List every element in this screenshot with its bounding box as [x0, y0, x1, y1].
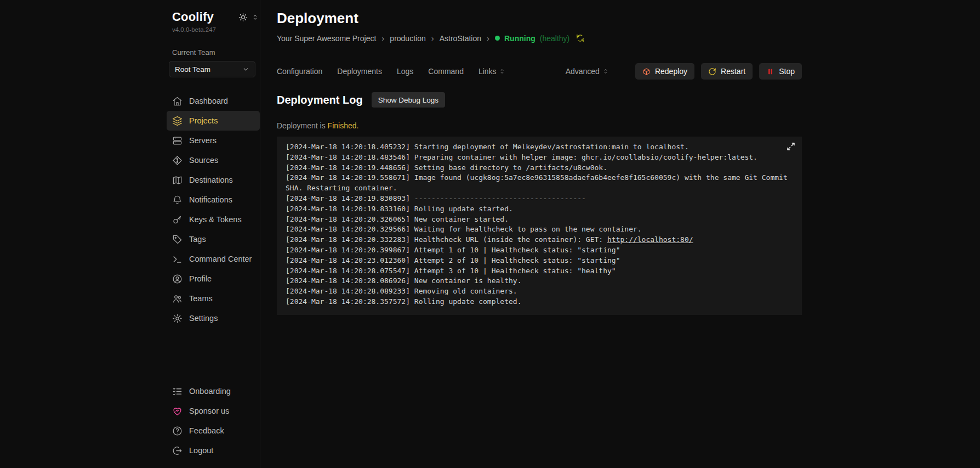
theme-sun-icon[interactable]: [238, 13, 248, 22]
sidebar-item-notifications[interactable]: Notifications: [167, 190, 260, 210]
map-icon: [172, 175, 183, 185]
log-line: [2024-Mar-18 14:20:23.012360] Attempt 2 …: [286, 256, 793, 266]
current-team-label: Current Team: [167, 48, 260, 57]
sidebar-item-sources[interactable]: Sources: [167, 150, 260, 170]
sidebar-item-onboarding[interactable]: Onboarding: [167, 381, 260, 401]
team-select[interactable]: Root Team: [169, 61, 255, 77]
team-select-value: Root Team: [175, 65, 210, 74]
chevrons-updown-icon: [602, 68, 609, 75]
sidebar-item-dashboard[interactable]: Dashboard: [167, 91, 260, 111]
sidebar-item-profile[interactable]: Profile: [167, 269, 260, 289]
app-logo[interactable]: Coolify: [172, 10, 214, 24]
layers-icon: [172, 116, 183, 126]
sidebar-item-label: Sources: [189, 156, 218, 165]
log-line: [2024-Mar-18 14:20:28.086926] New contai…: [286, 276, 793, 286]
page-title: Deployment: [277, 10, 802, 26]
log-line-with-link: [2024-Mar-18 14:20:20.332283] Healthchec…: [286, 235, 793, 245]
breadcrumb-separator: ›: [381, 33, 384, 43]
sidebar-item-label: Feedback: [189, 426, 224, 435]
log-line: [2024-Mar-18 14:20:19.558671] Image foun…: [286, 173, 793, 194]
sidebar-item-servers[interactable]: Servers: [167, 131, 260, 150]
sidebar-item-label: Keys & Tokens: [189, 215, 242, 224]
log-line: [2024-Mar-18 14:20:28.075547] Attempt 3 …: [286, 266, 793, 277]
redeploy-button[interactable]: Redeploy: [635, 63, 694, 80]
users-icon: [172, 294, 183, 304]
restart-button[interactable]: Restart: [701, 63, 753, 80]
breadcrumb-separator: ›: [431, 33, 434, 43]
sidebar: Coolify v4.0.0-beta.247 Current Team Roo…: [0, 0, 260, 468]
tab-deployments[interactable]: Deployments: [337, 67, 382, 76]
status-badge: Running (healthy): [495, 34, 569, 43]
sidebar-item-label: Notifications: [189, 195, 232, 204]
logout-icon: [172, 446, 183, 456]
healthcheck-url-link[interactable]: http://localhost:80/: [607, 235, 693, 244]
log-line: [2024-Mar-18 14:20:20.399867] Attempt 1 …: [286, 245, 793, 256]
log-line: [2024-Mar-18 14:20:19.448656] Setting ba…: [286, 163, 793, 173]
chevrons-updown-icon: [499, 68, 505, 75]
sidebar-menu: Dashboard Projects Servers Sources Desti…: [167, 91, 260, 328]
refresh-status-icon[interactable]: [576, 34, 584, 42]
tab-logs[interactable]: Logs: [397, 67, 413, 76]
expand-icon[interactable]: [787, 142, 795, 151]
heart-icon: [172, 406, 183, 416]
sidebar-item-keys-tokens[interactable]: Keys & Tokens: [167, 210, 260, 229]
home-icon: [172, 96, 183, 106]
status-state: Running: [504, 34, 535, 43]
log-line: [2024-Mar-18 14:20:28.089233] Removing o…: [286, 286, 793, 297]
restart-icon: [708, 67, 716, 76]
sidebar-item-label: Servers: [189, 136, 216, 145]
breadcrumb-application[interactable]: AstroStation: [440, 34, 481, 43]
show-debug-logs-button[interactable]: Show Debug Logs: [372, 92, 445, 108]
app-version: v4.0.0-beta.247: [167, 26, 260, 33]
bell-icon: [172, 195, 183, 205]
package-icon: [642, 67, 651, 76]
pause-bars-icon: [766, 67, 774, 76]
deployment-status-value: Finished.: [328, 121, 359, 130]
sidebar-item-label: Onboarding: [189, 387, 231, 396]
sidebar-item-command-center[interactable]: Command Center: [167, 249, 260, 269]
advanced-menu[interactable]: Advanced: [566, 67, 609, 76]
main-content: Deployment Your Super Awesome Project › …: [260, 0, 980, 468]
log-line: [2024-Mar-18 14:20:18.405232] Starting d…: [286, 142, 793, 153]
tab-command[interactable]: Command: [428, 67, 464, 76]
tabs-row: Configuration Deployments Logs Command L…: [277, 63, 802, 80]
sidebar-footer: Onboarding Sponsor us Feedback Logout: [167, 381, 260, 460]
breadcrumb-separator: ›: [487, 33, 489, 43]
sidebar-item-settings[interactable]: Settings: [167, 308, 260, 328]
sidebar-item-label: Sponsor us: [189, 407, 229, 415]
deployment-status-line: Deployment is Finished.: [277, 121, 802, 130]
sidebar-item-feedback[interactable]: Feedback: [167, 421, 260, 441]
deployment-log: [2024-Mar-18 14:20:18.405232] Starting d…: [277, 137, 802, 315]
theme-selector-chevrons-icon[interactable]: [252, 14, 259, 21]
sidebar-item-teams[interactable]: Teams: [167, 289, 260, 308]
breadcrumb: Your Super Awesome Project › production …: [277, 33, 802, 43]
sidebar-item-sponsor[interactable]: Sponsor us: [167, 401, 260, 421]
tab-links[interactable]: Links: [478, 67, 505, 76]
breadcrumb-environment[interactable]: production: [390, 34, 425, 43]
sidebar-item-label: Dashboard: [189, 97, 228, 105]
tab-configuration[interactable]: Configuration: [277, 67, 322, 76]
action-buttons: Redeploy Restart Stop: [635, 63, 802, 80]
sidebar-item-label: Profile: [189, 274, 212, 283]
sidebar-item-label: Tags: [189, 235, 206, 244]
sidebar-item-label: Projects: [189, 116, 218, 125]
sidebar-item-tags[interactable]: Tags: [167, 229, 260, 249]
sidebar-item-logout[interactable]: Logout: [167, 441, 260, 460]
sidebar-item-label: Command Center: [189, 255, 252, 263]
sidebar-item-label: Teams: [189, 294, 213, 303]
sidebar-item-label: Settings: [189, 314, 218, 323]
status-dot: [495, 36, 500, 41]
git-source-icon: [172, 155, 183, 166]
log-line: [2024-Mar-18 14:20:20.329566] Waiting fo…: [286, 224, 793, 235]
help-circle-icon: [172, 426, 183, 436]
stop-button[interactable]: Stop: [759, 63, 802, 80]
gear-icon: [172, 313, 183, 324]
sidebar-item-label: Destinations: [189, 176, 233, 184]
breadcrumb-project[interactable]: Your Super Awesome Project: [277, 34, 376, 43]
checklist-icon: [172, 386, 183, 397]
status-health: (healthy): [540, 34, 569, 43]
terminal-icon: [172, 254, 183, 264]
sidebar-item-destinations[interactable]: Destinations: [167, 170, 260, 190]
sidebar-item-projects[interactable]: Projects: [167, 111, 260, 131]
key-icon: [172, 215, 183, 225]
